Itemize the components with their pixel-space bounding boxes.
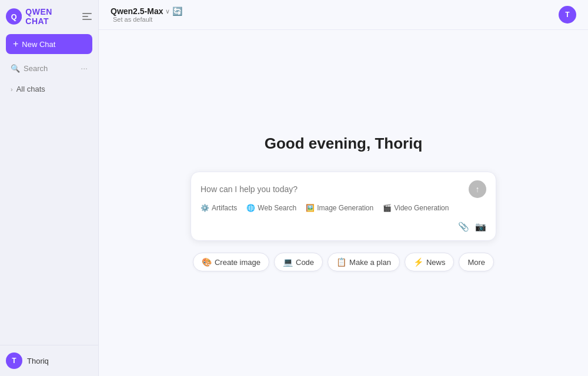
model-selector[interactable]: Qwen2.5-Max ∨ 🔄 Set as default xyxy=(111,6,182,23)
make-plan-label: Make a plan xyxy=(349,258,391,267)
image-gen-btn[interactable]: 🖼️ Image Generation xyxy=(306,204,373,212)
quick-actions: 🎨 Create image 💻 Code 📋 Make a plan ⚡ Ne… xyxy=(193,253,494,271)
main-content: Qwen2.5-Max ∨ 🔄 Set as default T Good ev… xyxy=(99,0,588,376)
news-emoji: ⚡ xyxy=(413,257,423,267)
send-icon: ↑ xyxy=(476,184,480,194)
news-pill[interactable]: ⚡ News xyxy=(405,253,455,271)
greeting-text: Good evening, Thoriq xyxy=(265,135,423,153)
logo-icon: Q xyxy=(6,8,22,25)
set-default-text[interactable]: Set as default xyxy=(113,16,182,23)
more-pill[interactable]: More xyxy=(459,253,494,271)
all-chats-label: All chats xyxy=(16,85,45,93)
refresh-icon[interactable]: 🔄 xyxy=(172,6,182,16)
news-label: News xyxy=(426,258,446,267)
sidebar-footer[interactable]: T Thoriq xyxy=(0,345,98,376)
input-actions: ⚙️ Artifacts 🌐 Web Search 🖼️ Image Gener… xyxy=(201,204,486,232)
make-plan-emoji: 📋 xyxy=(336,257,346,267)
all-chats-row[interactable]: › All chats xyxy=(6,81,92,97)
svg-rect-2 xyxy=(82,13,92,14)
search-more-icon[interactable]: ··· xyxy=(81,63,88,73)
sidebar-top: Q QWEN CHAT xyxy=(0,0,98,31)
svg-rect-4 xyxy=(82,19,92,20)
artifacts-btn[interactable]: ⚙️ Artifacts xyxy=(201,204,237,212)
main-input[interactable] xyxy=(201,184,464,194)
web-search-btn[interactable]: 🌐 Web Search xyxy=(246,204,296,212)
video-gen-btn[interactable]: 🎬 Video Generation xyxy=(383,204,449,212)
sidebar: Q QWEN CHAT + New Chat 🔍 Search ··· › Al… xyxy=(0,0,99,376)
code-pill[interactable]: 💻 Code xyxy=(274,253,323,271)
svg-text:Q: Q xyxy=(11,13,17,21)
code-label: Code xyxy=(296,258,314,267)
sidebar-toggle-icon[interactable] xyxy=(82,11,92,22)
logo-text: QWEN CHAT xyxy=(25,7,77,26)
input-container: ↑ ⚙️ Artifacts 🌐 Web Search 🖼️ Image Gen… xyxy=(191,172,496,241)
input-right-icons: 📎 📷 xyxy=(458,221,486,232)
video-gen-icon: 🎬 xyxy=(383,204,392,212)
attachment-icon[interactable]: 📎 xyxy=(458,221,469,232)
create-image-pill[interactable]: 🎨 Create image xyxy=(193,253,269,271)
chevron-down-icon: ∨ xyxy=(165,8,170,15)
image-gen-icon: 🖼️ xyxy=(306,204,315,212)
new-chat-button[interactable]: + New Chat xyxy=(6,34,92,54)
avatar: T xyxy=(6,352,22,369)
make-plan-pill[interactable]: 📋 Make a plan xyxy=(328,253,400,271)
plus-icon: + xyxy=(13,39,18,49)
chat-area: Good evening, Thoriq ↑ ⚙️ Artifacts 🌐 We… xyxy=(99,30,588,376)
create-image-label: Create image xyxy=(215,258,260,267)
new-chat-label: New Chat xyxy=(22,40,55,49)
model-name: Qwen2.5-Max xyxy=(111,6,163,16)
camera-icon[interactable]: 📷 xyxy=(475,221,486,232)
web-search-icon: 🌐 xyxy=(246,204,255,212)
input-row: ↑ xyxy=(201,180,486,198)
sidebar-username: Thoriq xyxy=(27,357,49,365)
header-title-col: Qwen2.5-Max ∨ 🔄 Set as default xyxy=(111,6,182,23)
header-right: T xyxy=(559,6,576,24)
svg-rect-3 xyxy=(82,16,88,17)
code-emoji: 💻 xyxy=(283,257,293,267)
search-icon: 🔍 xyxy=(11,64,20,73)
artifacts-icon: ⚙️ xyxy=(201,204,209,212)
logo-area[interactable]: Q QWEN CHAT xyxy=(6,7,77,26)
header: Qwen2.5-Max ∨ 🔄 Set as default T xyxy=(99,0,588,30)
send-button[interactable]: ↑ xyxy=(469,180,486,198)
search-label: Search xyxy=(24,64,48,73)
chevron-right-icon: › xyxy=(11,86,13,93)
more-label: More xyxy=(467,258,485,267)
create-image-emoji: 🎨 xyxy=(202,257,212,267)
header-avatar[interactable]: T xyxy=(559,6,576,24)
search-row[interactable]: 🔍 Search ··· xyxy=(6,60,92,76)
